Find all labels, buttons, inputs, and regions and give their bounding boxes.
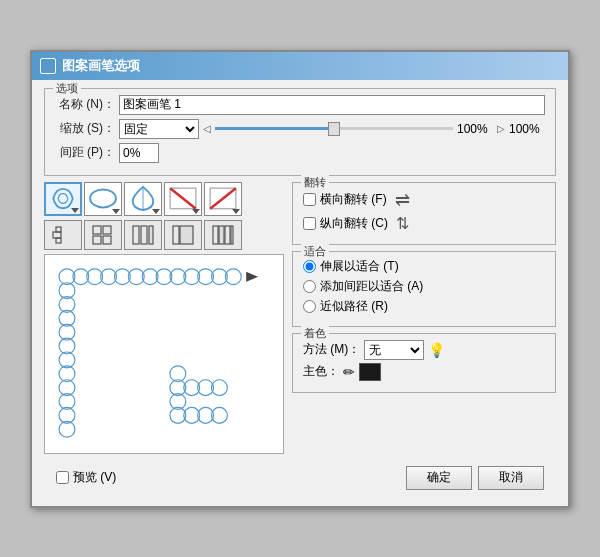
brush-btn-4-arrow	[192, 209, 200, 214]
spacing-input[interactable]	[119, 143, 159, 163]
ok-button[interactable]: 确定	[406, 466, 472, 490]
flip-v-icon: ⇅	[396, 214, 409, 233]
brush-btn-5-arrow	[232, 209, 240, 214]
arrow-left-1: ◁	[203, 123, 211, 134]
preview-canvas	[44, 254, 284, 454]
brush-btn-2[interactable]	[84, 182, 122, 216]
fit-group: 适合 伸展以适合 (T) 添加间距以适合 (A) 近似路径 (R)	[292, 251, 556, 327]
brush-buttons-row	[44, 182, 284, 216]
brush-btn-1-arrow	[71, 208, 79, 213]
color-method-select[interactable]: 无	[364, 340, 424, 360]
action-btn-4[interactable]	[164, 220, 202, 250]
action-btn-5[interactable]	[204, 220, 242, 250]
svg-rect-16	[180, 226, 193, 244]
flip-v-checkbox[interactable]	[303, 217, 316, 230]
action-4-icon	[172, 224, 194, 246]
action-btn-3[interactable]	[124, 220, 162, 250]
color-group-label: 着色	[301, 326, 329, 341]
dialog-body: 选项 名称 (N)： 缩放 (S)： 固定 ◁ 100% ▷ 100%	[32, 80, 568, 506]
footer: 预览 (V) 确定 取消	[44, 460, 556, 498]
brush-btn-5[interactable]	[204, 182, 242, 216]
brush-btn-3-arrow	[152, 209, 160, 214]
footer-buttons: 确定 取消	[406, 466, 544, 490]
svg-rect-8	[93, 226, 101, 234]
color-main-row: 主色： ✏	[303, 363, 545, 381]
cancel-button[interactable]: 取消	[478, 466, 544, 490]
brush-btn-1[interactable]	[44, 182, 82, 216]
preview-checkbox[interactable]	[56, 471, 69, 484]
fit-add-radio[interactable]	[303, 280, 316, 293]
fit-approx-label: 近似路径 (R)	[320, 298, 388, 315]
fit-add-row: 添加间距以适合 (A)	[303, 278, 545, 295]
action-btn-1[interactable]	[44, 220, 82, 250]
svg-rect-6	[56, 227, 61, 232]
preview-check: 预览 (V)	[56, 469, 116, 486]
svg-rect-7	[56, 238, 61, 243]
flip-h-row: 横向翻转 (F) ⇌	[303, 189, 545, 211]
brush-btn-3[interactable]	[124, 182, 162, 216]
fit-add-label: 添加间距以适合 (A)	[320, 278, 423, 295]
svg-rect-14	[149, 226, 153, 244]
fit-stretch-radio[interactable]	[303, 260, 316, 273]
action-3-icon	[132, 224, 154, 246]
svg-rect-17	[213, 226, 218, 244]
svg-rect-20	[231, 226, 233, 244]
action-5-icon	[212, 224, 234, 246]
dialog-title: 图案画笔选项	[62, 57, 140, 75]
fit-approx-row: 近似路径 (R)	[303, 298, 545, 315]
svg-line-4	[210, 188, 236, 209]
flip-h-icon: ⇌	[395, 189, 410, 211]
svg-line-2	[170, 188, 196, 209]
flip-v-label: 纵向翻转 (C)	[320, 215, 388, 232]
preview-label: 预览 (V)	[73, 469, 116, 486]
flip-group: 翻转 横向翻转 (F) ⇌ 纵向翻转 (C) ⇅	[292, 182, 556, 245]
action-2-icon	[92, 224, 114, 246]
svg-rect-19	[225, 226, 230, 244]
name-label: 名称 (N)：	[55, 96, 115, 113]
options-group-label: 选项	[53, 81, 81, 96]
color-method-row: 方法 (M)： 无 💡	[303, 340, 545, 360]
options-group: 选项 名称 (N)： 缩放 (S)： 固定 ◁ 100% ▷ 100%	[44, 88, 556, 176]
fit-stretch-label: 伸展以适合 (T)	[320, 258, 399, 275]
svg-rect-5	[53, 232, 61, 238]
fit-group-label: 适合	[301, 244, 329, 259]
svg-rect-13	[141, 226, 147, 244]
flip-h-checkbox[interactable]	[303, 193, 316, 206]
svg-rect-9	[103, 226, 111, 234]
svg-rect-11	[103, 236, 111, 244]
right-panels: 翻转 横向翻转 (F) ⇌ 纵向翻转 (C) ⇅ 适合	[292, 182, 556, 454]
svg-marker-35	[246, 271, 258, 281]
arrow-right-1: ▷	[497, 123, 505, 134]
svg-point-0	[90, 190, 116, 208]
lightbulb-icon: 💡	[428, 342, 444, 358]
left-panel	[44, 182, 284, 454]
brush-btn-4[interactable]	[164, 182, 202, 216]
color-group: 着色 方法 (M)： 无 💡 主色： ✏	[292, 333, 556, 393]
scale-slider[interactable]	[215, 127, 453, 130]
eyedropper-icon[interactable]: ✏	[343, 364, 355, 380]
scale-pct2: 100%	[509, 122, 545, 136]
flip-h-label: 横向翻转 (F)	[320, 191, 387, 208]
svg-rect-18	[219, 226, 224, 244]
dialog-window: 图案画笔选项 选项 名称 (N)： 缩放 (S)： 固定 ◁ 100%	[30, 50, 570, 508]
color-swatch[interactable]	[359, 363, 381, 381]
title-bar: 图案画笔选项	[32, 52, 568, 80]
fit-approx-radio[interactable]	[303, 300, 316, 313]
scale-select[interactable]: 固定	[119, 119, 199, 139]
slider-area-1: ◁ 100% ▷	[203, 122, 505, 136]
spacing-row: 间距 (P)：	[55, 143, 545, 163]
brush-btn-2-arrow	[112, 209, 120, 214]
flip-v-row: 纵向翻转 (C) ⇅	[303, 214, 545, 233]
action-btn-2[interactable]	[84, 220, 122, 250]
spacing-label: 间距 (P)：	[55, 144, 115, 161]
scale-label: 缩放 (S)：	[55, 120, 115, 137]
flip-group-label: 翻转	[301, 175, 329, 190]
scale-row: 缩放 (S)： 固定 ◁ 100% ▷ 100%	[55, 119, 545, 139]
name-row: 名称 (N)：	[55, 95, 545, 115]
color-method-label: 方法 (M)：	[303, 341, 360, 358]
middle-area: 翻转 横向翻转 (F) ⇌ 纵向翻转 (C) ⇅ 适合	[44, 182, 556, 454]
name-input[interactable]	[119, 95, 545, 115]
scale-pct: 100%	[457, 122, 493, 136]
title-icon	[40, 58, 56, 74]
action-1-icon	[52, 224, 74, 246]
